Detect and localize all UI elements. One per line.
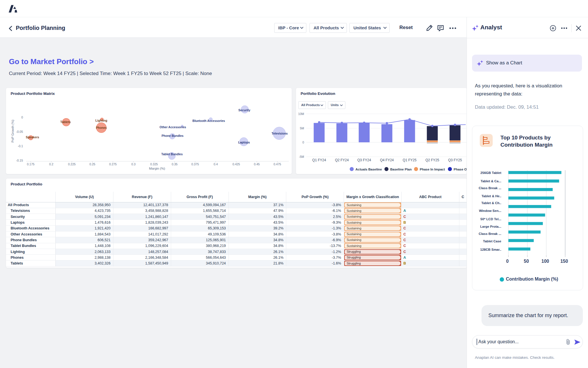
svg-text:50* LCD Tel...: 50* LCD Tel... bbox=[480, 217, 501, 221]
svg-text:Q2 FY25: Q2 FY25 bbox=[425, 158, 439, 162]
svg-text:Tablet & He..: Tablet & He.. bbox=[481, 194, 501, 198]
svg-text:150: 150 bbox=[560, 259, 568, 264]
svg-text:0.4: 0.4 bbox=[214, 162, 218, 166]
svg-text:50: 50 bbox=[524, 259, 529, 264]
svg-text:Q4 FY24: Q4 FY24 bbox=[380, 158, 394, 162]
svg-text:128CB Smar..: 128CB Smar.. bbox=[480, 248, 501, 251]
svg-text:Q2 FY24: Q2 FY24 bbox=[335, 158, 349, 162]
svg-text:-5M: -5M bbox=[299, 155, 304, 158]
svg-text:PoP Growth (%): PoP Growth (%) bbox=[11, 120, 14, 142]
svg-text:0.35: 0.35 bbox=[172, 162, 178, 166]
svg-text:Q1 FY25: Q1 FY25 bbox=[403, 158, 417, 162]
svg-text:Other Accessories: Other Accessories bbox=[160, 125, 186, 129]
svg-text:Large Prota...: Large Prota... bbox=[480, 225, 502, 228]
svg-text:Phone Bundles: Phone Bundles bbox=[162, 134, 184, 137]
svg-text:-0.15: -0.15 bbox=[16, 159, 23, 162]
svg-text:Laptops: Laptops bbox=[238, 141, 250, 144]
svg-text:10M: 10M bbox=[298, 112, 304, 116]
svg-text:0: 0 bbox=[21, 116, 23, 119]
svg-text:0.175: 0.175 bbox=[27, 162, 34, 166]
svg-text:Tablet Case: Tablet Case bbox=[483, 239, 501, 243]
svg-text:0.375: 0.375 bbox=[191, 162, 199, 166]
svg-text:Speakers: Speakers bbox=[26, 135, 39, 139]
svg-text:0.25: 0.25 bbox=[89, 162, 95, 166]
svg-text:Baseline Plan: Baseline Plan bbox=[390, 168, 412, 171]
svg-text:Class Break ...: Class Break ... bbox=[479, 232, 501, 235]
svg-text:100: 100 bbox=[541, 259, 549, 264]
svg-text:-0.1: -0.1 bbox=[18, 144, 23, 148]
svg-text:0.45: 0.45 bbox=[254, 162, 260, 166]
svg-text:0.425: 0.425 bbox=[233, 162, 240, 166]
svg-text:0.475: 0.475 bbox=[274, 162, 281, 166]
svg-text:0.2: 0.2 bbox=[49, 162, 53, 166]
svg-text:Phase Out Impact: Phase Out Impact bbox=[454, 168, 467, 171]
svg-text:Tablet & Ch..: Tablet & Ch.. bbox=[481, 201, 501, 205]
svg-text:Q3 FY25: Q3 FY25 bbox=[448, 158, 462, 162]
svg-text:Televisions: Televisions bbox=[272, 132, 288, 135]
svg-text:Window Sen...: Window Sen... bbox=[479, 209, 501, 212]
svg-text:Tablet & Ca...: Tablet & Ca... bbox=[481, 179, 501, 183]
svg-text:0: 0 bbox=[506, 259, 509, 264]
svg-text:-0.05: -0.05 bbox=[16, 130, 23, 133]
svg-text:Bluetooth Accessories: Bluetooth Accessories bbox=[192, 119, 225, 122]
svg-text:0.3: 0.3 bbox=[131, 162, 136, 166]
svg-text:Security: Security bbox=[238, 108, 250, 112]
svg-text:Tablet Bundles: Tablet Bundles bbox=[161, 152, 183, 156]
svg-text:256GB Tablet: 256GB Tablet bbox=[480, 171, 501, 175]
svg-text:Phones: Phones bbox=[96, 126, 107, 129]
svg-text:Q1 FY24: Q1 FY24 bbox=[312, 158, 326, 162]
svg-text:Lighting: Lighting bbox=[95, 119, 107, 122]
svg-text:Q3 FY24: Q3 FY24 bbox=[357, 158, 371, 162]
svg-text:0.275: 0.275 bbox=[109, 162, 117, 166]
svg-text:0.225: 0.225 bbox=[68, 162, 76, 166]
svg-text:Phase In Impact: Phase In Impact bbox=[420, 168, 445, 171]
svg-text:Margin (%): Margin (%) bbox=[149, 167, 165, 170]
svg-text:5M: 5M bbox=[300, 126, 304, 130]
svg-text:0.325: 0.325 bbox=[150, 162, 158, 166]
svg-text:Class Break ...: Class Break ... bbox=[479, 186, 501, 190]
svg-text:0: 0 bbox=[302, 141, 304, 144]
svg-text:Actuals Baseline: Actuals Baseline bbox=[355, 168, 382, 171]
svg-text:Tablets: Tablets bbox=[60, 120, 71, 124]
